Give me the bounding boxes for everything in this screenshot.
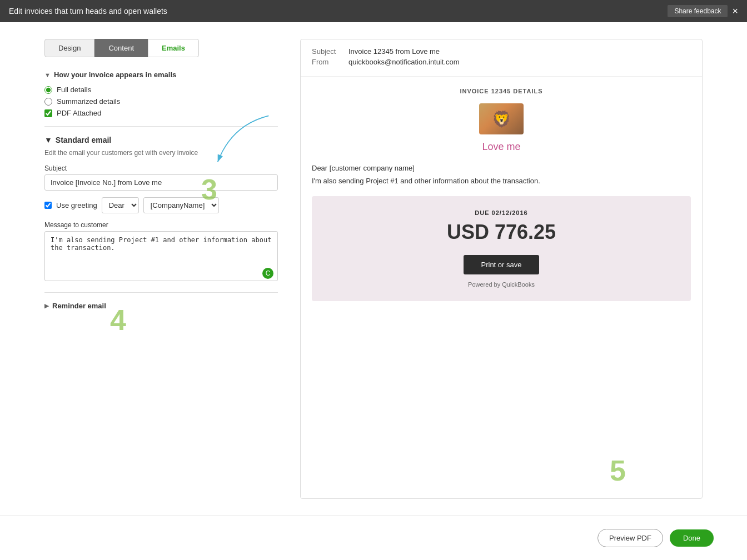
reminder-email-header[interactable]: ▶ Reminder email	[44, 302, 278, 310]
tab-design[interactable]: Design	[44, 39, 94, 57]
print-or-save-button[interactable]: Print or save	[464, 255, 540, 274]
subject-header-value: Invoice 12345 from Love me	[348, 47, 440, 56]
pdf-attached-option: PDF Attached	[44, 109, 278, 117]
full-details-radio[interactable]	[44, 86, 52, 94]
main-content: 3 4 Design Content Emails ▼	[0, 22, 747, 516]
invoice-appearance-header: ▼ How your invoice appears in emails	[44, 71, 278, 79]
step-3-number: 3	[201, 175, 217, 204]
top-bar: Edit invoices that turn heads and open w…	[0, 0, 747, 22]
reminder-email-section: ▶ Reminder email	[44, 292, 278, 310]
invoice-box: DUE 02/12/2016 USD 776.25 Print or save …	[312, 196, 691, 301]
invoice-details-title: INVOICE 12345 DETAILS	[312, 88, 691, 94]
top-bar-actions: Share feedback ×	[668, 5, 738, 17]
company-name: Love me	[312, 141, 691, 153]
use-greeting-checkbox[interactable]	[44, 202, 52, 209]
step-4-number: 4	[110, 306, 126, 334]
email-preview-scroll[interactable]: Subject Invoice 12345 from Love me From …	[301, 39, 702, 351]
company-logo	[479, 103, 524, 134]
due-date: DUE 02/12/2016	[323, 209, 680, 216]
subject-header-label: Subject	[312, 47, 340, 56]
invoice-appearance-section: ▼ How your invoice appears in emails Ful…	[44, 71, 278, 127]
preview-pdf-button[interactable]: Preview PDF	[597, 529, 663, 547]
summarized-details-option: Summarized details	[44, 97, 278, 106]
arrow-down-icon-2: ▼	[44, 136, 52, 144]
summarized-details-radio[interactable]	[44, 98, 52, 106]
message-textarea[interactable]: I'm also sending Project #1 and other in…	[44, 231, 278, 281]
pdf-attached-checkbox[interactable]	[44, 109, 52, 117]
message-line: I'm also sending Project #1 and other in…	[312, 177, 691, 185]
close-button[interactable]: ×	[732, 6, 738, 16]
tab-content[interactable]: Content	[94, 39, 148, 57]
email-preview-panel: Subject Invoice 12345 from Love me From …	[300, 39, 703, 499]
subject-label: Subject	[44, 164, 278, 172]
amount: USD 776.25	[323, 221, 680, 244]
chevron-right-icon: ▶	[44, 303, 49, 309]
edit-description: Edit the email your customers get with e…	[44, 149, 278, 157]
email-body: INVOICE 12345 DETAILS Love me Dear [cust…	[301, 77, 702, 318]
left-panel: Design Content Emails ▼ How your invoice…	[44, 39, 278, 310]
subject-row: Subject Invoice 12345 from Love me	[312, 47, 691, 56]
email-header: Subject Invoice 12345 from Love me From …	[301, 39, 702, 77]
standard-email-header: ▼ Standard email	[44, 136, 278, 144]
from-row: From quickbooks@notification.intuit.com	[312, 58, 691, 66]
arrow-down-icon: ▼	[44, 72, 51, 78]
reminder-email-label: Reminder email	[52, 302, 106, 310]
subject-input[interactable]	[44, 174, 278, 191]
use-greeting-label: Use greeting	[56, 201, 97, 209]
standard-email-label: Standard email	[56, 136, 111, 144]
top-bar-title: Edit invoices that turn heads and open w…	[9, 7, 167, 16]
message-label: Message to customer	[44, 221, 278, 229]
from-header-value: quickbooks@notification.intuit.com	[348, 58, 460, 66]
pdf-attached-label: PDF Attached	[57, 109, 101, 117]
tab-emails[interactable]: Emails	[148, 39, 199, 57]
emoji-button[interactable]: C	[262, 268, 273, 279]
from-header-label: From	[312, 58, 340, 66]
tabs: Design Content Emails	[44, 39, 278, 57]
invoice-appearance-label: How your invoice appears in emails	[54, 71, 176, 79]
greeting-row: Use greeting Dear [CompanyName]	[44, 197, 278, 213]
done-button[interactable]: Done	[670, 529, 714, 547]
share-feedback-button[interactable]: Share feedback	[668, 5, 728, 17]
message-textarea-wrapper: I'm also sending Project #1 and other in…	[44, 231, 278, 283]
powered-by: Powered by QuickBooks	[323, 281, 680, 288]
full-details-option: Full details	[44, 86, 278, 94]
greeting-dear-select[interactable]: Dear	[102, 197, 139, 213]
step-5-number: 5	[610, 456, 626, 485]
bottom-bar: Preview PDF Done	[0, 516, 747, 560]
summarized-details-label: Summarized details	[57, 97, 120, 106]
dear-line: Dear [customer company name]	[312, 164, 691, 172]
standard-email-section: ▼ Standard email Edit the email your cus…	[44, 136, 278, 283]
full-details-label: Full details	[57, 86, 91, 94]
